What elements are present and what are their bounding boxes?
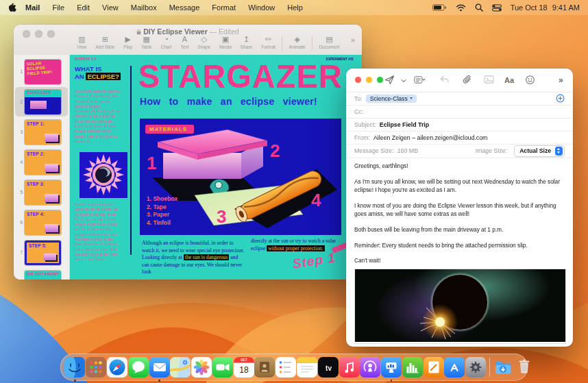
dock-finder[interactable] [64,357,85,378]
dock-maps[interactable] [170,357,191,378]
thumbnail-label: STARGAZER [27,90,51,95]
toolbar-play-button[interactable]: ▶Play [119,35,137,49]
eclipse-photo-attachment[interactable] [354,269,566,344]
menu-clock[interactable]: Tue Oct 18 9:41 AM [511,3,580,12]
what-is-heading[interactable]: WHAT IS AN ECLIPSE? [75,65,121,80]
to-field[interactable]: To: Science-Class [346,92,573,106]
recipient-token[interactable]: Science-Class [366,95,417,103]
send-icon[interactable] [384,75,395,88]
menu-window[interactable]: Window [242,0,281,15]
header-fields-icon[interactable] [414,75,426,88]
dock-settings[interactable] [465,357,486,378]
toolbar-label: Play [123,45,132,49]
menu-edit[interactable]: Edit [71,0,96,15]
toolbar-text-button[interactable]: AText [176,35,193,49]
slide-thumbnail-5[interactable]: 5STEP 3: [15,177,68,207]
dock-trash[interactable] [514,357,535,378]
dock-mail[interactable] [149,357,170,378]
toolbar-table-button[interactable]: ▦Table [136,35,156,49]
send-chevron-icon[interactable] [401,75,406,86]
menu-view[interactable]: View [96,0,125,15]
dock-tv[interactable]: tv [318,357,339,378]
slide-thumbnail-3[interactable]: 3STEP 1: [15,117,68,147]
menu-mailbox[interactable]: Mailbox [125,0,163,15]
toolbar-shape-button[interactable]: ◇Shape [193,35,215,49]
thumbnail-preview: STEP 3: [25,180,61,205]
dock-photos[interactable] [191,357,212,378]
spotlight-icon[interactable] [475,3,483,12]
toolbar-animate-button[interactable]: ◈Animate [284,35,310,49]
slide-thumbnail-6[interactable]: 6STEP 4: [15,208,68,237]
messages-icon [128,357,149,378]
dock-pages[interactable] [424,357,444,378]
more-icon[interactable]: » [559,75,563,86]
slide-thumbnail-1[interactable]: 1SOLAR ECLIPSE FIELD TRIP! [15,57,68,86]
toolbar-share-button[interactable]: ↥Share [236,35,256,49]
subject-value: Eclipse Field Trip [380,121,429,128]
add-recipient-button[interactable] [556,94,565,103]
close-button[interactable] [355,77,361,83]
dock-messages[interactable] [128,357,149,378]
subject-field[interactable]: Subject: Eclipse Field Trip [346,118,573,132]
dock-reminders[interactable] [275,357,296,378]
dock-keynote[interactable] [381,357,402,378]
dock-music[interactable] [339,357,360,378]
toolbar-view-button[interactable]: ▥View [73,35,91,49]
menu-message[interactable]: Message [163,0,206,15]
dock-podcasts[interactable] [360,357,380,378]
control-center-icon[interactable] [492,4,502,12]
apple-menu-icon[interactable] [8,3,16,12]
launchpad-icon [86,357,106,378]
slide-thumbnail-8[interactable]: 8DID YOU KNOW? [15,268,68,280]
eclipse-paragraph-1[interactable]: An eclipse happens when a moon or planet… [75,89,121,144]
toolbar-overflow-chevron[interactable]: » [351,36,355,44]
slide-canvas[interactable]: SCIENCE 4.2 EXPERIMENT #11 WHAT IS AN EC… [70,55,362,280]
dock-contacts[interactable] [254,357,275,378]
thumbnail-label: STEP 2: [27,151,45,156]
toolbar-format-button[interactable]: ✏Format [257,35,280,49]
slide-title[interactable]: STARGAZER [138,56,343,95]
from-field[interactable]: From: Aileen Zeigen – aileen.zeigen@iclo… [346,131,573,145]
slide-subtitle[interactable]: How to make an eclipse viewer! [140,96,317,107]
materials-list: 1. Shoebox2. Tape3. Paper4. Tinfoil [147,195,177,227]
materials-box[interactable]: 1 2 3 4 MATERIALS 1. Shoebox2. Tape3. Pa… [140,119,341,235]
menu-format[interactable]: Format [206,0,242,15]
slide-thumbnail-2[interactable]: 2STARGAZER [15,87,68,116]
toolbar-media-button[interactable]: ▣Media [215,35,236,49]
course-tag[interactable]: SCIENCE 4.2 [75,58,97,61]
menu-help[interactable]: Help [281,0,309,15]
mail-window-controls[interactable] [355,77,383,83]
emoji-icon[interactable] [525,75,535,88]
battery-icon[interactable] [432,4,447,11]
eclipse-paragraph-2[interactable]: A solar eclipse happens when the moon bl… [75,202,121,262]
dock-calendar[interactable]: OCT18 [234,357,254,378]
format-text-icon[interactable]: Aa [504,75,514,86]
settings-icon [465,357,486,378]
image-size-select[interactable]: Actual Size [514,145,565,157]
dock-downloads[interactable] [493,357,513,378]
text-icon: A [182,35,187,43]
menu-file[interactable]: File [46,0,71,15]
svg-text:2: 2 [270,140,280,161]
dock-facetime[interactable] [212,357,233,378]
attach-icon[interactable] [463,75,472,88]
warning-text-left[interactable]: Although an eclipse is beautiful, in ord… [142,240,245,276]
toolbar-document-button[interactable]: ▤Document [315,35,344,49]
dock-launchpad[interactable] [86,357,106,378]
token-chevron-icon [410,97,413,99]
dock-notes[interactable] [297,357,317,378]
sun-illustration[interactable] [79,152,127,198]
wifi-icon[interactable] [456,3,466,12]
cc-field[interactable]: Cc: [346,105,573,119]
minimize-button[interactable] [366,77,372,83]
step-annotation[interactable]: Step 1 [292,250,337,272]
slide-thumbnail-7[interactable]: 7STEP 5: [15,238,68,267]
menu-mail[interactable]: Mail [19,0,46,15]
slide-thumbnail-4[interactable]: 4STEP 2: [15,147,68,177]
dock-numbers[interactable] [402,357,423,378]
dock-safari[interactable] [107,357,127,378]
zoom-button[interactable] [377,77,383,83]
dock-appstore[interactable] [444,357,465,378]
toolbar-add-slide-button[interactable]: ⊞Add Slide [91,35,119,49]
toolbar-chart-button[interactable]: ◔Chart [156,35,176,49]
